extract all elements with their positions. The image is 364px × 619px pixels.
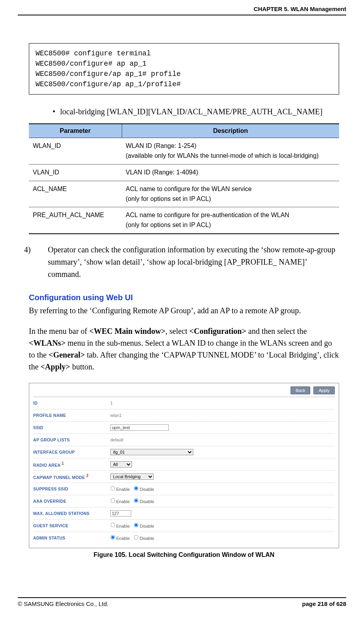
- radio-disable[interactable]: [134, 535, 139, 540]
- bullet-marker: •: [53, 107, 58, 116]
- radio-option-disable[interactable]: Disable: [134, 535, 154, 541]
- radio-label: Disable: [140, 536, 154, 541]
- radio-option-enable[interactable]: Enable: [110, 486, 130, 492]
- aaa-override-radio-group: Enable Disable: [110, 498, 154, 504]
- table-header-parameter: Parameter: [29, 124, 122, 138]
- label-radio-area: RADIO AREA 1: [33, 461, 110, 468]
- code-line: WEC8500/configure/ap ap_1# profile: [36, 70, 181, 78]
- radio-label: Enable: [116, 499, 130, 504]
- toolbar: Back Apply: [33, 386, 335, 394]
- label-id: ID: [33, 401, 110, 405]
- row-admin-status: ADMIN STATUS Enable Disable: [33, 532, 335, 544]
- radio-enable[interactable]: [111, 486, 115, 491]
- footer-copyright: © SAMSUNG Electronics Co., Ltd.: [18, 600, 108, 607]
- page-header: CHAPTER 5. WLAN Management: [18, 0, 346, 15]
- wlan-config-window: Back Apply ID 1 PROFILE NAME wlan1 SSID …: [29, 383, 339, 548]
- desc-cell: VLAN ID (Range: 1-4094): [122, 164, 339, 181]
- row-max-allowed-stations: MAX. ALLOWED STATIONS: [33, 507, 335, 520]
- page-footer: © SAMSUNG Electronics Co., Ltd. page 218…: [18, 597, 346, 607]
- bold: <WEC Main window>: [89, 327, 166, 335]
- radio-enable[interactable]: [111, 535, 115, 540]
- row-capwap-tunnel-mode: CAPWAP TUNNEL MODE 2 Local Bridging: [33, 471, 335, 483]
- radio-option-enable[interactable]: Enable: [110, 535, 130, 541]
- desc-cell: ACL name to configure for the WLAN servi…: [122, 181, 339, 207]
- radio-label: Disable: [140, 524, 154, 528]
- bold: <Configuration>: [189, 327, 246, 335]
- label-interface-group: INTERFACE GROUP: [33, 450, 110, 454]
- radio-disable[interactable]: [134, 523, 139, 528]
- value-ap-group-lists: default: [110, 437, 123, 442]
- label-text: RADIO AREA: [33, 463, 60, 468]
- desc-cell: WLAN ID (Range: 1-254) (available only f…: [122, 138, 339, 165]
- radio-option-disable[interactable]: Disable: [134, 498, 154, 504]
- radio-area-select[interactable]: All: [110, 461, 132, 468]
- radio-disable[interactable]: [134, 498, 139, 503]
- bold: <Apply>: [40, 362, 70, 371]
- table-header-description: Description: [122, 124, 339, 138]
- radio-disable[interactable]: [134, 486, 139, 491]
- cli-code-block: WEC8500# configure terminal WEC8500/conf…: [29, 43, 339, 95]
- radio-option-enable[interactable]: Enable: [110, 498, 130, 504]
- value-profile-name: wlan1: [110, 413, 122, 418]
- code-line: WEC8500/configure# ap ap_1: [36, 60, 147, 68]
- paragraph: By referring to the ‘Configuring Remote …: [29, 305, 339, 316]
- radio-label: Enable: [116, 524, 130, 528]
- interface-group-select[interactable]: ifg_01: [110, 449, 193, 455]
- paragraph: In the menu bar of <WEC Main window>, se…: [29, 325, 339, 373]
- param-cell: ACL_NAME: [29, 181, 122, 207]
- text: In the menu bar of: [29, 327, 89, 335]
- table-row: WLAN_ID WLAN ID (Range: 1-254) (availabl…: [29, 138, 339, 165]
- suppress-ssid-radio-group: Enable Disable: [110, 486, 154, 492]
- table-row: PRE_AUTH_ACL_NAME ACL name to configure …: [29, 207, 339, 234]
- bullet-local-bridging: • local-bridging [WLAN_ID][VLAN_ID/ACL_N…: [53, 107, 339, 116]
- table-row: VLAN_ID VLAN ID (Range: 1-4094): [29, 164, 339, 181]
- row-profile-name: PROFILE NAME wlan1: [33, 409, 335, 422]
- row-suppress-ssid: SUPPRESS SSID Enable Disable: [33, 483, 335, 495]
- radio-enable[interactable]: [111, 498, 115, 503]
- radio-option-enable[interactable]: Enable: [110, 522, 130, 528]
- radio-enable[interactable]: [111, 523, 115, 528]
- text: , select: [166, 327, 190, 335]
- row-guest-service: GUEST SERVICE Enable Disable: [33, 520, 335, 532]
- radio-label: Disable: [140, 499, 154, 504]
- text: and then select the: [246, 327, 307, 335]
- apply-button[interactable]: Apply: [313, 386, 335, 394]
- param-cell: WLAN_ID: [29, 138, 122, 165]
- row-interface-group: INTERFACE GROUP ifg_01: [33, 446, 335, 458]
- heading-webui: Configuration using Web UI: [29, 293, 339, 302]
- label-aaa-override: AAA OVERRIDE: [33, 499, 110, 504]
- back-button[interactable]: Back: [290, 386, 310, 394]
- step-4: 4)Operator can check the configuration i…: [29, 244, 339, 280]
- radio-label: Enable: [116, 487, 130, 492]
- admin-status-radio-group: Enable Disable: [110, 535, 154, 541]
- label-capwap-tunnel-mode: CAPWAP TUNNEL MODE 2: [33, 473, 110, 480]
- max-allowed-stations-input[interactable]: [110, 510, 131, 517]
- desc-cell: ACL name to configure for pre-authentica…: [122, 207, 339, 234]
- footnote-marker: 2: [86, 473, 89, 478]
- label-profile-name: PROFILE NAME: [33, 413, 110, 418]
- capwap-tunnel-mode-select[interactable]: Local Bridging: [110, 473, 154, 480]
- ssid-input[interactable]: [110, 424, 169, 431]
- parameter-table: Parameter Description WLAN_ID WLAN ID (R…: [29, 123, 339, 234]
- label-suppress-ssid: SUPPRESS SSID: [33, 486, 110, 491]
- param-cell: VLAN_ID: [29, 164, 122, 181]
- figure-caption: Figure 105. Local Switching Configuratio…: [29, 551, 339, 558]
- value-id: 1: [110, 401, 113, 405]
- footnote-marker: 1: [62, 461, 64, 466]
- bold: <General>: [49, 350, 85, 359]
- label-max-allowed-stations: MAX. ALLOWED STATIONS: [33, 511, 110, 516]
- row-ap-group-lists: AP GROUP LISTS default: [33, 434, 335, 446]
- label-guest-service: GUEST SERVICE: [33, 523, 110, 528]
- guest-service-radio-group: Enable Disable: [110, 522, 154, 528]
- radio-label: Disable: [140, 487, 154, 492]
- row-id: ID 1: [33, 397, 335, 409]
- radio-option-disable[interactable]: Disable: [134, 486, 154, 492]
- radio-option-disable[interactable]: Disable: [134, 522, 154, 528]
- text: button.: [70, 362, 94, 371]
- row-ssid: SSID: [33, 422, 335, 434]
- step-number: 4): [36, 244, 48, 256]
- step-text: Operator can check the configuration inf…: [48, 245, 336, 278]
- param-cell: PRE_AUTH_ACL_NAME: [29, 207, 122, 234]
- bold: <WLANs>: [29, 339, 66, 347]
- label-ssid: SSID: [33, 425, 110, 430]
